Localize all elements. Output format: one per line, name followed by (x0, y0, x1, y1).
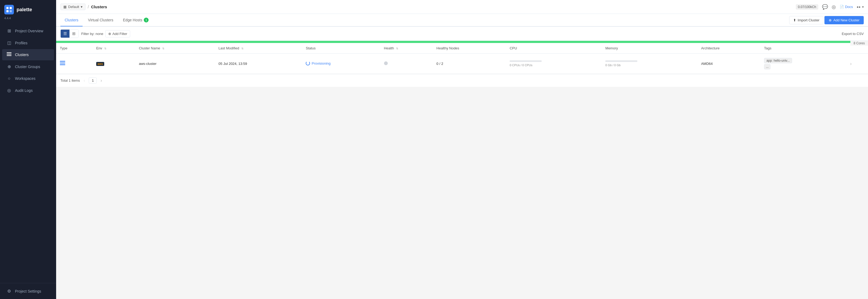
add-filter-button[interactable]: ⊕ Add Filter (105, 30, 130, 37)
status-provisioning: Provisioning (306, 61, 331, 65)
memory-label: 0 Gb / 0 Gb (605, 64, 621, 67)
col-last-modified[interactable]: Last Modified ⇅ (215, 43, 302, 54)
import-cluster-label: Import Cluster (798, 18, 819, 22)
tab-virtual-clusters-label: Virtual Clusters (88, 18, 113, 22)
add-new-cluster-label: Add New Cluster (833, 18, 860, 22)
col-architecture: Architecture (697, 43, 760, 54)
tab-clusters[interactable]: Clusters (60, 14, 83, 26)
row-expand-icon[interactable]: › (850, 61, 851, 66)
export-label: Export to CSV (842, 32, 864, 36)
sidebar-item-audit-logs[interactable]: ◎ Audit Logs (2, 85, 54, 96)
plus-circle-icon: ⊕ (108, 32, 111, 36)
col-cluster-name[interactable]: Cluster Name ⇅ (135, 43, 215, 54)
cell-type (56, 54, 92, 74)
tab-edge-hosts[interactable]: Edge Hosts 1 (119, 14, 153, 27)
cpu-bar-bg (509, 60, 542, 62)
svg-rect-7 (60, 61, 65, 62)
grid-view-button[interactable]: ⊞ (69, 30, 78, 38)
table-row[interactable]: aws aws-cluster 05 Jul 2024, 13:59 Provi… (56, 54, 868, 74)
cell-cluster-name: aws-cluster (135, 54, 215, 74)
cell-tags: app: hello-univ... ... (760, 54, 846, 74)
aws-badge: aws (96, 62, 104, 66)
profiles-icon: ◫ (6, 40, 12, 45)
docs-label: Docs (845, 5, 853, 9)
col-tags: Tags (760, 43, 846, 54)
sidebar-item-clusters[interactable]: Clusters (2, 49, 54, 60)
svg-rect-3 (10, 10, 12, 12)
grid-small-icon: ▦ (63, 5, 66, 9)
cluster-table: Type Env ⇅ Cluster Name ⇅ Last Modified … (56, 43, 868, 74)
sidebar: palette 4.4.4 ⊞ Project Overview ◫ Profi… (0, 0, 56, 299)
cell-row-arrow[interactable]: › (846, 54, 868, 74)
user-avatar-icon: ●● (857, 5, 861, 9)
sidebar-item-project-settings[interactable]: ⚙ Project Settings (2, 286, 54, 297)
usage-badge: 0.07/100kCh (796, 4, 818, 10)
add-new-cluster-button[interactable]: ⊕ Add New Cluster (825, 16, 864, 24)
toolbar: ☰ ⊞ Filter by: none ⊕ Add Filter Export … (56, 27, 868, 41)
sidebar-item-project-overview[interactable]: ⊞ Project Overview (2, 25, 54, 37)
logo-area: palette (0, 0, 56, 16)
pagination-next-button[interactable]: › (99, 78, 103, 84)
sort-env-icon: ⇅ (104, 47, 106, 50)
docs-link[interactable]: 📄 Docs (840, 5, 853, 9)
col-health[interactable]: Health ⇅ (380, 43, 433, 54)
chevron-down-icon: ▾ (862, 5, 864, 9)
view-toggle: ☰ ⊞ (60, 29, 79, 38)
list-view-button[interactable]: ☰ (61, 30, 69, 38)
import-cluster-button[interactable]: ⬆ Import Cluster (789, 16, 824, 24)
sidebar-nav: ⊞ Project Overview ◫ Profiles Clusters ⊕… (0, 23, 56, 283)
cell-cpu: 0 CPUs / 0 CPUs (506, 54, 601, 74)
svg-rect-5 (7, 54, 11, 55)
svg-rect-2 (6, 10, 8, 12)
cpu-label: 0 CPUs / 0 CPUs (509, 64, 532, 67)
content-area: 8 Cores Type Env ⇅ Cluster Name ⇅ (56, 41, 868, 299)
memory-bar-bg (605, 60, 638, 62)
topbar: ▦ Default ▾ / Clusters 0.07/100kCh 💬 ◎ 📄… (56, 0, 868, 14)
architecture-text: AMD64 (701, 62, 712, 66)
sidebar-label-project-overview: Project Overview (15, 29, 43, 33)
chat-icon[interactable]: 💬 (822, 4, 828, 10)
col-env[interactable]: Env ⇅ (92, 43, 135, 54)
tab-virtual-clusters[interactable]: Virtual Clusters (84, 14, 118, 26)
sidebar-item-profiles[interactable]: ◫ Profiles (2, 37, 54, 48)
tag-badge: app: hello-univ... (764, 58, 792, 63)
sidebar-label-cluster-groups: Cluster Groups (15, 65, 40, 69)
sidebar-label-project-settings: Project Settings (15, 289, 41, 293)
cell-last-modified: 05 Jul 2024, 13:59 (215, 54, 302, 74)
add-filter-label: Add Filter (112, 32, 127, 36)
sidebar-item-cluster-groups[interactable]: ⊕ Cluster Groups (2, 61, 54, 72)
clusters-icon (6, 52, 12, 57)
col-memory: Memory (601, 43, 697, 54)
pagination-total: Total 1 items (60, 78, 80, 82)
workspace-selector[interactable]: ▦ Default ▾ (60, 3, 86, 10)
last-modified-text: 05 Jul 2024, 13:59 (219, 62, 247, 66)
version-badge: 4.4.4 (0, 16, 56, 23)
topbar-right: 0.07/100kCh 💬 ◎ 📄 Docs ●● ▾ (796, 4, 864, 10)
cell-status: Provisioning (302, 54, 380, 74)
audit-logs-icon: ◎ (6, 88, 12, 93)
logo-icon (4, 5, 14, 14)
cluster-groups-icon: ⊕ (6, 64, 12, 69)
user-area[interactable]: ●● ▾ (857, 5, 864, 9)
progress-section: 8 Cores (56, 41, 868, 43)
pagination-prev-button[interactable]: ‹ (82, 78, 87, 84)
memory-bar-container: 0 Gb / 0 Gb (605, 60, 638, 67)
cell-architecture: AMD64 (697, 54, 760, 74)
col-type: Type (56, 43, 92, 54)
cell-memory: 0 Gb / 0 Gb (601, 54, 697, 74)
cell-health (380, 54, 433, 74)
bookmark-icon[interactable]: ◎ (832, 4, 836, 10)
healthy-nodes-text: 0 / 2 (436, 62, 443, 66)
cpu-bar-container: 0 CPUs / 0 CPUs (509, 60, 542, 67)
workspace-label: Default (68, 5, 79, 9)
export-csv-button[interactable]: Export to CSV (842, 32, 864, 36)
sidebar-label-audit-logs: Audit Logs (15, 88, 33, 93)
workspaces-icon: ○ (6, 76, 12, 81)
svg-rect-4 (7, 52, 11, 53)
tabbar: Clusters Virtual Clusters Edge Hosts 1 ⬆… (56, 14, 868, 27)
sidebar-item-workspaces[interactable]: ○ Workspaces (2, 73, 54, 84)
svg-rect-0 (6, 7, 8, 9)
svg-rect-6 (7, 55, 11, 56)
svg-rect-9 (60, 64, 65, 65)
app-name: palette (17, 7, 32, 12)
